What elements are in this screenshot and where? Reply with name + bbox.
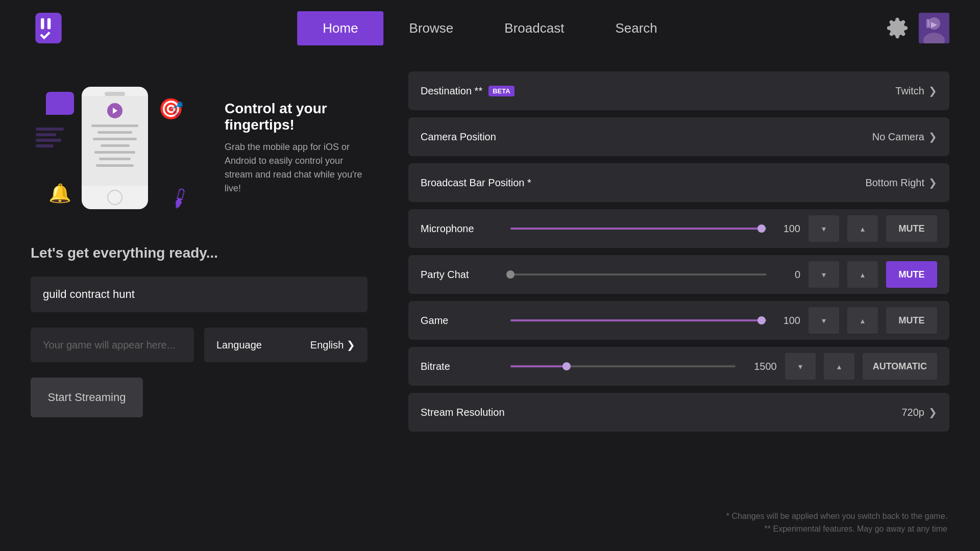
microphone-label: Microphone [421,223,502,235]
phone-line-5 [94,151,135,154]
footnote-line2: ** Experimental features. May go away at… [408,522,947,536]
party-chat-value: 0 [775,269,800,281]
broadcast-bar-position-row[interactable]: Broadcast Bar Position * Bottom Right ❯ [408,163,949,202]
stream-resolution-row[interactable]: Stream Resolution 720p ❯ [408,393,949,432]
game-value: 100 [775,315,800,327]
deco-line-1 [36,128,64,131]
illustration: 🔔 [31,77,368,219]
microphone-up-button[interactable]: ▴ [847,215,878,242]
deco-line-3 [36,139,61,142]
destination-row[interactable]: Destination ** BETA Twitch ❯ [408,71,949,110]
bitrate-up-button[interactable]: ▴ [824,353,854,380]
microphone-row: Microphone 100 ▾ ▴ MUTE [408,209,949,248]
destination-label: Destination ** BETA [421,85,895,97]
avatar[interactable] [919,13,949,43]
phone-line-7 [96,164,134,167]
camera-position-value-text: No Camera [872,131,924,143]
nav-browse[interactable]: Browse [384,11,479,45]
footnote: * Changes will be applied when you switc… [408,510,949,536]
destination-value: Twitch ❯ [895,85,937,97]
bitrate-row: Bitrate 1500 ▾ ▴ AUTOMATIC [408,347,949,386]
camera-position-label-text: Camera Position [421,131,496,143]
game-row: Language English ❯ [31,328,368,362]
phone-notch [105,92,125,96]
game-label: Game [421,315,502,327]
camera-position-value: No Camera ❯ [872,131,937,143]
phone-body [82,87,148,209]
right-panel: Destination ** BETA Twitch ❯ Camera Posi… [398,56,980,551]
bitrate-slider[interactable] [510,365,736,367]
phone-home-btn [107,190,122,205]
svg-rect-6 [926,19,929,28]
party-chat-slider-track [510,273,767,276]
phone-line-1 [91,124,138,127]
bitrate-value: 1500 [744,361,777,372]
party-chat-down-button[interactable]: ▾ [808,261,839,288]
bitrate-down-button[interactable]: ▾ [785,353,816,380]
language-select[interactable]: Language English ❯ [204,328,368,362]
bitrate-slider-thumb [562,362,571,370]
phone-play-btn [107,103,122,118]
game-audio-row: Game 100 ▾ ▴ MUTE [408,301,949,340]
microphone-slider-fill [510,228,762,230]
game-up-button[interactable]: ▴ [847,307,878,334]
nav: Home Browse Broadcast Search [297,11,683,45]
game-slider-thumb [757,316,766,324]
broadcast-bar-value-text: Bottom Right [865,177,924,189]
deco-lines [36,128,64,147]
settings-icon[interactable] [886,17,909,39]
beta-badge: BETA [488,86,514,96]
phone-illustration: 🔔 [31,77,204,219]
promo-text: Control at your fingertips! Grab the mob… [225,101,368,195]
party-chat-label: Party Chat [421,269,502,281]
stream-resolution-value: 720p ❯ [902,406,938,418]
camera-position-row[interactable]: Camera Position No Camera ❯ [408,117,949,156]
setup-title: Let's get everything ready... [31,245,368,261]
resolution-chevron-icon: ❯ [928,406,937,418]
promo-body: Grab the mobile app for iOS or Android t… [225,140,368,195]
left-panel: 🔔 [0,56,398,551]
stream-title-input[interactable] [31,277,368,312]
game-input[interactable] [31,328,194,362]
microphone-value: 100 [775,223,800,235]
party-chat-slider[interactable] [510,273,767,276]
promo-heading: Control at your fingertips! [225,101,368,133]
start-streaming-button[interactable]: Start Streaming [31,378,143,417]
phone-line-2 [97,131,132,134]
header: Home Browse Broadcast Search [0,0,980,56]
bitrate-slider-fill [510,365,567,367]
chat-bubble-deco [46,92,74,115]
destination-chevron-icon: ❯ [928,85,937,97]
microphone-down-button[interactable]: ▾ [808,215,839,242]
bitrate-auto-button[interactable]: AUTOMATIC [863,353,937,380]
nav-home[interactable]: Home [297,11,383,45]
microphone-mute-button[interactable]: MUTE [886,215,937,242]
logo[interactable] [31,10,66,46]
nav-broadcast[interactable]: Broadcast [479,11,590,45]
party-chat-up-button[interactable]: ▴ [847,261,878,288]
broadcast-bar-label: Broadcast Bar Position * [421,177,865,189]
deco-line-2 [36,133,56,136]
party-chat-mute-button[interactable]: MUTE [886,261,937,288]
nav-search[interactable]: Search [590,11,682,45]
header-right [886,13,949,43]
broadcast-bar-label-text: Broadcast Bar Position * [421,177,531,189]
game-down-button[interactable]: ▾ [808,307,839,334]
svg-rect-1 [41,18,44,29]
language-value-display: English ❯ [310,339,355,351]
game-slider-fill [510,319,762,321]
bitrate-label: Bitrate [421,361,502,372]
microphone-slider[interactable] [510,228,767,230]
camera-chevron-icon: ❯ [928,131,937,143]
deco-line-4 [36,144,54,147]
bell-deco: 🔔 [48,183,71,204]
main: 🔔 [0,56,980,551]
destination-value-text: Twitch [895,85,924,97]
game-slider[interactable] [510,319,767,321]
phone-line-4 [101,144,130,147]
microphone-slider-thumb [757,224,766,233]
game-slider-track [510,319,767,321]
stream-resolution-label: Stream Resolution [421,407,902,418]
avatar-placeholder [919,13,949,43]
game-mute-button[interactable]: MUTE [886,307,937,334]
